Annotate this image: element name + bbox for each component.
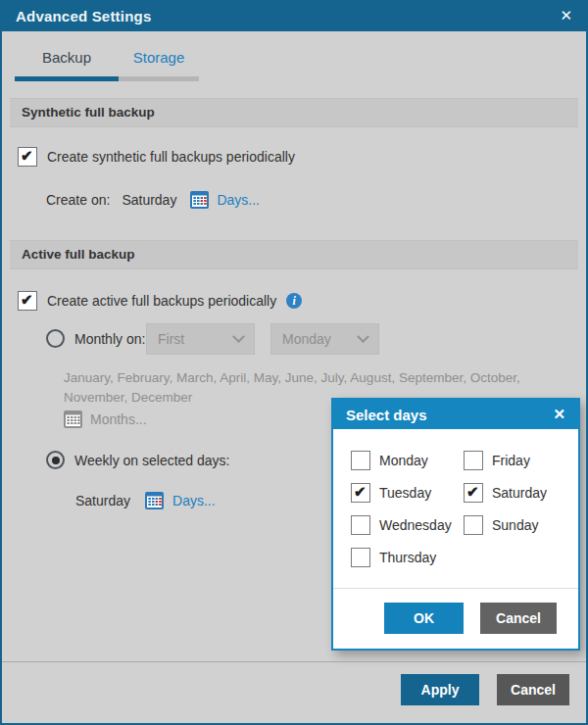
active-periodically-row: Create active full backups periodically … (18, 291, 302, 311)
day-checkbox-friday[interactable] (464, 451, 483, 470)
day-label: Wednesday (379, 517, 452, 533)
dialog-close-icon[interactable]: ✕ (560, 7, 572, 24)
months-link-disabled: Months... (90, 411, 147, 427)
synthetic-periodically-label: Create synthetic full backups periodical… (47, 149, 295, 165)
create-on-value: Saturday (122, 192, 176, 208)
popup-day-col-1: MondayTuesdayWednesdayThursday (351, 451, 452, 567)
popup-separator (333, 588, 578, 589)
popup-close-icon[interactable]: ✕ (553, 406, 565, 423)
day-label: Friday (492, 453, 530, 468)
apply-button[interactable]: Apply (401, 674, 479, 705)
monthly-on-radio[interactable] (46, 329, 65, 348)
calendar-icon (190, 191, 209, 209)
day-checkbox-sunday[interactable] (464, 515, 483, 535)
synthetic-days-link[interactable]: Days... (217, 192, 260, 208)
tab-backup[interactable]: Backup (15, 49, 119, 81)
synthetic-create-on-row: Create on: Saturday Days... (46, 191, 260, 209)
popup-title: Select days (346, 407, 427, 423)
day-option-sunday[interactable]: Sunday (464, 515, 547, 535)
week-number-dropdown[interactable]: First (146, 323, 255, 355)
day-checkbox-thursday[interactable] (351, 548, 370, 567)
synthetic-periodically-row: Create synthetic full backups periodical… (18, 147, 295, 167)
day-label: Sunday (492, 517, 538, 533)
info-icon[interactable]: i (286, 293, 302, 309)
week-number-value: First (158, 331, 184, 347)
months-link-row: Months... (64, 411, 147, 428)
weekly-days-row: Saturday Days... (75, 492, 216, 509)
weekly-days-link[interactable]: Days... (172, 493, 216, 508)
week-day-value: Monday (282, 331, 331, 347)
popup-titlebar: Select days ✕ (333, 400, 578, 429)
monthly-on-row: Monthly on: (46, 329, 145, 348)
day-label: Saturday (492, 485, 547, 501)
section-header-synthetic-full-backup: Synthetic full backup (10, 98, 578, 127)
day-option-wednesday[interactable]: Wednesday (351, 515, 452, 535)
dialog-title: Advanced Settings (16, 8, 151, 24)
tab-storage[interactable]: Storage (119, 49, 199, 81)
day-checkbox-wednesday[interactable] (351, 515, 370, 535)
footer-cancel-button[interactable]: Cancel (497, 674, 569, 705)
day-checkbox-tuesday[interactable] (351, 483, 370, 503)
day-option-thursday[interactable]: Thursday (351, 548, 452, 567)
weekly-on-label: Weekly on selected days: (74, 453, 230, 468)
day-checkbox-saturday[interactable] (464, 483, 483, 503)
select-days-popup: Select days ✕ MondayTuesdayWednesdayThur… (331, 398, 580, 651)
chevron-down-icon (357, 330, 369, 343)
monthly-on-label: Monthly on: (74, 331, 145, 347)
dialog-titlebar: Advanced Settings ✕ (0, 0, 588, 31)
day-label: Monday (379, 453, 428, 468)
day-option-friday[interactable]: Friday (464, 451, 547, 470)
section-header-active-full-backup: Active full backup (10, 240, 578, 269)
calendar-icon-disabled (64, 411, 82, 428)
week-day-dropdown[interactable]: Monday (270, 323, 379, 355)
popup-cancel-button[interactable]: Cancel (480, 603, 557, 634)
chevron-down-icon (232, 330, 245, 343)
day-label: Thursday (379, 550, 436, 565)
advanced-settings-dialog: Advanced Settings ✕ Backup Storage Synth… (0, 0, 588, 725)
weekly-days-value: Saturday (75, 493, 130, 508)
day-checkbox-monday[interactable] (351, 451, 370, 470)
calendar-icon (145, 492, 164, 509)
footer-separator (2, 661, 586, 662)
weekly-on-row: Weekly on selected days: (46, 451, 230, 469)
synthetic-periodically-checkbox[interactable] (18, 147, 37, 167)
popup-day-col-2: FridaySaturdaySunday (464, 451, 547, 535)
day-option-saturday[interactable]: Saturday (464, 483, 547, 503)
day-option-tuesday[interactable]: Tuesday (351, 483, 452, 503)
tab-bar: Backup Storage (15, 49, 199, 81)
active-periodically-checkbox[interactable] (18, 291, 37, 311)
day-option-monday[interactable]: Monday (351, 451, 452, 470)
day-label: Tuesday (379, 485, 431, 501)
ok-button[interactable]: OK (384, 603, 464, 634)
weekly-on-radio[interactable] (46, 451, 65, 469)
active-periodically-label: Create active full backups periodically (47, 293, 276, 309)
create-on-label: Create on: (46, 192, 110, 208)
